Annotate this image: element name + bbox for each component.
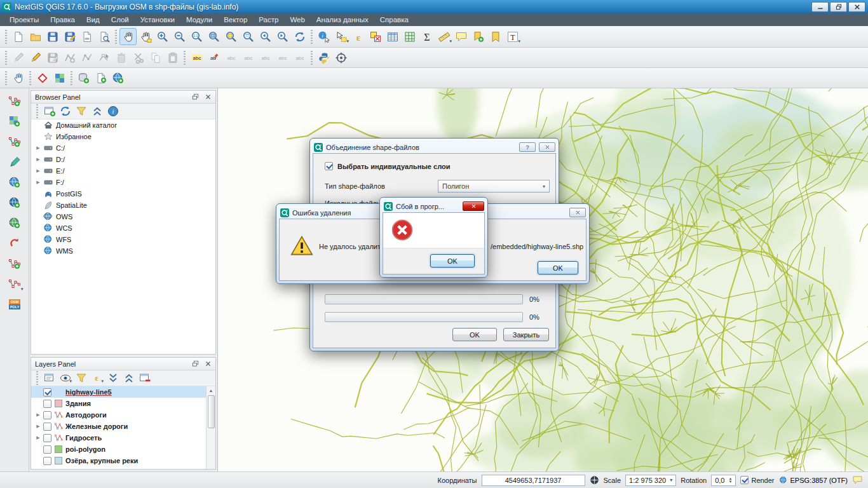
restore-button[interactable] bbox=[830, 2, 847, 12]
scroll-up-icon[interactable]: ▲ bbox=[209, 386, 214, 395]
layer-labeling-button[interactable]: abc bbox=[188, 49, 205, 66]
select-by-expression-button[interactable]: ε bbox=[349, 28, 367, 45]
layer-visibility-checkbox[interactable] bbox=[43, 411, 51, 419]
ok-button[interactable]: OK bbox=[452, 328, 497, 341]
remove-layer-button[interactable] bbox=[137, 371, 152, 385]
download-osm-button[interactable] bbox=[109, 69, 126, 86]
layer-visibility-checkbox[interactable] bbox=[43, 423, 51, 431]
open-project-button[interactable] bbox=[27, 28, 44, 45]
menu-item[interactable]: Слой bbox=[105, 14, 135, 25]
add-osm-layer-button[interactable] bbox=[92, 69, 109, 86]
toolbar-drag-handle[interactable] bbox=[311, 30, 313, 44]
geometry-checkout-button[interactable] bbox=[34, 69, 51, 86]
add-wfs-layer-button[interactable] bbox=[5, 214, 24, 232]
browser-tree-item[interactable]: WCS bbox=[31, 222, 215, 234]
expand-caret-icon[interactable]: ▶ bbox=[35, 424, 41, 429]
messages-button[interactable] bbox=[852, 475, 863, 485]
osm-poly-plugin-button[interactable]: OSMPOLY bbox=[5, 295, 24, 313]
filter-browser-button[interactable] bbox=[74, 104, 88, 118]
save-project-as-button[interactable] bbox=[61, 28, 78, 45]
float-panel-button[interactable] bbox=[189, 92, 201, 102]
pan-map-button[interactable] bbox=[119, 28, 137, 45]
layers-scrollbar[interactable]: ▲ bbox=[206, 386, 215, 469]
layout-manager-button[interactable] bbox=[95, 28, 112, 45]
add-vector-layer-button[interactable] bbox=[5, 92, 24, 110]
menu-item[interactable]: Анализ данных bbox=[311, 14, 374, 25]
toolbar-drag-handle[interactable] bbox=[36, 104, 38, 118]
menu-item[interactable]: Web bbox=[284, 14, 310, 25]
open-layer-styling-button[interactable] bbox=[42, 371, 57, 385]
add-postgis-layer-button[interactable] bbox=[5, 133, 24, 151]
menu-item[interactable]: Правка bbox=[44, 14, 81, 25]
new-layer-button[interactable]: ▾ bbox=[5, 275, 24, 293]
deselect-all-button[interactable] bbox=[367, 28, 384, 45]
float-panel-button[interactable] bbox=[189, 359, 201, 369]
add-feature-button[interactable] bbox=[61, 49, 78, 66]
toolbar-drag-handle[interactable] bbox=[29, 71, 31, 85]
menu-item[interactable]: Модули bbox=[180, 14, 218, 25]
layer-row[interactable]: Озёра, крупные реки bbox=[31, 455, 215, 466]
scale-combobox[interactable]: 1:2 975 320 ▾ bbox=[625, 475, 676, 486]
new-print-layout-button[interactable] bbox=[78, 28, 95, 45]
layer-row[interactable]: highway-line5 bbox=[31, 386, 215, 398]
add-selected-layers-button[interactable] bbox=[42, 104, 57, 118]
menu-item[interactable]: Вид bbox=[81, 14, 105, 25]
add-wms-layer-button[interactable] bbox=[5, 173, 24, 191]
zoom-full-extent-button[interactable] bbox=[205, 28, 222, 45]
rotation-spinbox[interactable]: 0,0 ▲▼ bbox=[711, 475, 736, 486]
toggle-editing-button[interactable] bbox=[27, 49, 44, 66]
collapse-all-layers-button[interactable] bbox=[121, 371, 136, 385]
spinner-arrows-icon[interactable]: ▲▼ bbox=[728, 477, 732, 484]
close-window-button[interactable] bbox=[848, 2, 865, 12]
layer-visibility-checkbox[interactable] bbox=[43, 434, 51, 442]
add-osm-data-button[interactable] bbox=[75, 69, 92, 86]
zoom-last-button[interactable] bbox=[257, 28, 274, 45]
render-checkbox[interactable] bbox=[740, 476, 749, 484]
browser-tree-item[interactable]: WMS bbox=[31, 245, 215, 257]
vertex-tool-button[interactable] bbox=[95, 49, 112, 66]
python-console-button[interactable] bbox=[315, 49, 332, 66]
expand-caret-icon[interactable]: ▶ bbox=[35, 168, 41, 173]
new-project-button[interactable] bbox=[10, 28, 27, 45]
expand-all-button[interactable] bbox=[105, 371, 120, 385]
browser-tree-item[interactable]: Домашний каталог bbox=[31, 119, 215, 131]
open-attribute-table-button[interactable] bbox=[384, 28, 401, 45]
expand-caret-icon[interactable]: ▶ bbox=[35, 435, 41, 440]
zoom-in-button[interactable] bbox=[154, 28, 171, 45]
browser-tree-item[interactable]: WFS bbox=[31, 234, 215, 245]
browser-properties-button[interactable]: i bbox=[105, 104, 120, 118]
ok-button[interactable]: OK bbox=[538, 261, 578, 274]
dialog-title-bar[interactable]: Объединение shape-файлов ? bbox=[313, 141, 556, 153]
toolbar-drag-handle[interactable] bbox=[5, 51, 7, 65]
move-feature-button[interactable] bbox=[78, 49, 95, 66]
close-panel-button[interactable] bbox=[202, 359, 214, 369]
browser-tree-item[interactable]: Избранное bbox=[31, 131, 215, 142]
zoom-to-layer-button[interactable] bbox=[240, 28, 257, 45]
close-dialog-button[interactable] bbox=[463, 201, 484, 211]
layer-row[interactable]: ▶Железные дороги bbox=[31, 421, 215, 432]
menu-item[interactable]: Вектор bbox=[218, 14, 253, 25]
field-calculator-button[interactable] bbox=[401, 28, 418, 45]
toolbar-drag-handle[interactable] bbox=[5, 71, 7, 85]
browser-tree-item[interactable]: OWS bbox=[31, 211, 215, 222]
save-layer-edits-button[interactable] bbox=[44, 49, 61, 66]
layer-row[interactable]: ▶Гидросеть bbox=[31, 432, 215, 444]
layer-row[interactable]: ▶Автодороги bbox=[31, 409, 215, 421]
minimize-button[interactable] bbox=[811, 2, 829, 12]
add-raster-layer-button[interactable] bbox=[5, 112, 24, 130]
current-edits-button[interactable] bbox=[10, 49, 27, 66]
pin-labels-button[interactable]: abc bbox=[222, 49, 240, 66]
add-oracle-layer-button[interactable] bbox=[5, 234, 24, 252]
layer-row[interactable]: poi-polygon bbox=[31, 444, 215, 455]
identify-features-button[interactable]: i bbox=[315, 28, 332, 45]
statistical-summary-button[interactable]: Σ bbox=[418, 28, 435, 45]
zoom-next-button[interactable] bbox=[274, 28, 291, 45]
highlight-pinned-labels-button[interactable]: abc bbox=[240, 49, 257, 66]
coordinates-input[interactable]: 4549653,7171937 bbox=[482, 475, 585, 486]
expand-caret-icon[interactable]: ▶ bbox=[35, 412, 41, 417]
browser-tree-item[interactable]: ▶C:/ bbox=[31, 142, 215, 154]
crs-status-button[interactable]: EPSG:3857 (OTF) bbox=[779, 476, 848, 485]
toolbar-drag-handle[interactable] bbox=[36, 371, 38, 385]
pan-to-selection-button[interactable] bbox=[137, 28, 154, 45]
extents-toggle-button[interactable] bbox=[590, 475, 599, 485]
